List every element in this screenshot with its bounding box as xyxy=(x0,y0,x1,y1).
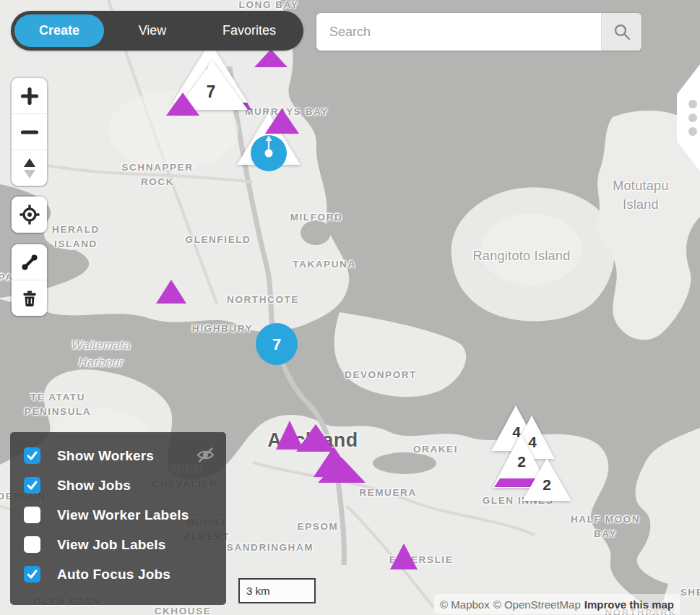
layer-row-auto-focus-jobs[interactable]: Auto Focus Jobs xyxy=(10,559,226,589)
layer-label: Auto Focus Jobs xyxy=(57,567,170,582)
mode-tab-bar: Create View Favorites xyxy=(11,11,303,51)
geolocate-button[interactable] xyxy=(12,197,47,233)
layer-label: Show Jobs xyxy=(57,478,131,494)
job-marker[interactable] xyxy=(390,543,418,569)
show-jobs-checkbox[interactable] xyxy=(24,477,40,494)
measure-icon xyxy=(20,253,39,272)
job-cluster-progress-band xyxy=(494,478,535,487)
tab-view[interactable]: View xyxy=(104,23,201,38)
compass-icon xyxy=(20,156,39,181)
delete-button[interactable] xyxy=(12,280,47,316)
check-icon xyxy=(26,479,38,491)
job-marker[interactable] xyxy=(276,421,303,450)
trash-icon xyxy=(20,289,39,308)
svg-text:4: 4 xyxy=(528,434,537,450)
drag-dots-icon xyxy=(688,113,697,122)
search-input[interactable] xyxy=(316,13,601,51)
layer-row-view-job-labels[interactable]: View Job Labels xyxy=(10,530,226,559)
auto-focus-jobs-checkbox[interactable] xyxy=(24,566,40,582)
svg-text:7: 7 xyxy=(207,82,216,101)
job-marker[interactable] xyxy=(296,424,335,452)
scale-label: 3 km xyxy=(246,585,270,597)
minus-icon xyxy=(20,123,39,142)
worker-cluster-marker[interactable]: 7 xyxy=(256,323,298,365)
view-job-labels-checkbox[interactable] xyxy=(24,536,40,553)
layer-row-view-worker-labels[interactable]: View Worker Labels xyxy=(10,500,226,530)
job-marker[interactable] xyxy=(254,49,288,67)
tools-control-group xyxy=(12,244,47,316)
zoom-out-button[interactable] xyxy=(12,113,47,150)
layer-label: Show Workers xyxy=(57,448,154,464)
check-icon xyxy=(26,568,38,580)
zoom-in-button[interactable] xyxy=(12,78,47,113)
search-bar xyxy=(316,13,641,51)
improve-map-link[interactable]: Improve this map xyxy=(584,598,674,611)
eye-slash-icon[interactable] xyxy=(196,445,215,468)
job-marker[interactable] xyxy=(156,280,186,304)
scale-bar: 3 km xyxy=(238,578,316,603)
check-icon xyxy=(26,450,38,462)
geolocate-icon xyxy=(19,204,40,225)
svg-text:2: 2 xyxy=(543,476,551,493)
layer-label: View Job Labels xyxy=(57,537,165,553)
plus-icon xyxy=(20,87,39,106)
layer-row-show-jobs[interactable]: Show Jobs xyxy=(10,470,226,500)
show-workers-checkbox[interactable] xyxy=(24,447,40,464)
tab-favorites[interactable]: Favorites xyxy=(201,23,303,38)
drag-dots-icon xyxy=(688,100,697,108)
search-button[interactable] xyxy=(601,13,641,51)
map-attribution: © Mapbox © OpenStreetMap Improve this ma… xyxy=(434,594,680,614)
layers-panel: Show Workers Show Jobs View Worker Label… xyxy=(10,432,226,605)
zoom-control-group xyxy=(12,78,47,186)
geolocate-control-group xyxy=(12,197,47,233)
svg-text:7: 7 xyxy=(272,335,281,353)
search-icon xyxy=(613,22,631,41)
osm-attribution-link[interactable]: © OpenStreetMap xyxy=(493,598,581,611)
compass-pitch-button[interactable] xyxy=(12,150,47,186)
measure-distance-button[interactable] xyxy=(12,244,47,280)
worker-marker[interactable] xyxy=(251,135,287,171)
view-worker-labels-checkbox[interactable] xyxy=(24,507,40,523)
drag-dots-icon xyxy=(688,127,697,136)
tab-create[interactable]: Create xyxy=(14,14,104,47)
layer-label: View Worker Labels xyxy=(57,507,189,523)
map-viewport[interactable]: LONG BAY MURRAYS BAY SCHNAPPER ROCK HERA… xyxy=(0,0,700,615)
svg-text:2: 2 xyxy=(517,453,526,470)
layer-row-show-workers[interactable]: Show Workers xyxy=(10,441,226,470)
mapbox-attribution-link[interactable]: © Mapbox xyxy=(440,598,490,611)
